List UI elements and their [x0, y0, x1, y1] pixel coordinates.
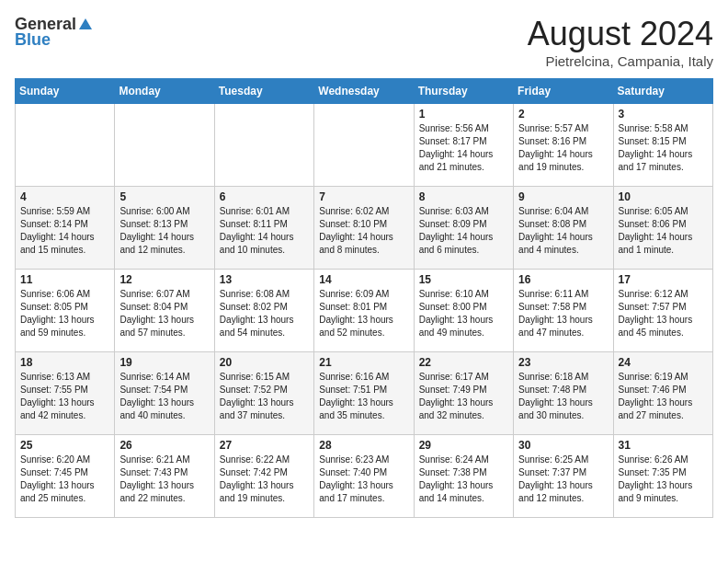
- day-info: Sunrise: 6:06 AM Sunset: 8:05 PM Dayligh…: [20, 288, 109, 339]
- calendar-cell: 2Sunrise: 5:57 AM Sunset: 8:16 PM Daylig…: [514, 104, 613, 187]
- day-number: 16: [518, 273, 608, 286]
- day-number: 12: [119, 273, 209, 286]
- calendar-week-row-5: 25Sunrise: 6:20 AM Sunset: 7:45 PM Dayli…: [16, 435, 713, 518]
- calendar-header-row: SundayMondayTuesdayWednesdayThursdayFrid…: [16, 79, 713, 104]
- day-number: 26: [119, 439, 209, 452]
- col-header-tuesday: Tuesday: [214, 79, 313, 104]
- day-info: Sunrise: 6:15 AM Sunset: 7:52 PM Dayligh…: [220, 371, 309, 422]
- logo-blue-text: Blue: [15, 30, 51, 50]
- day-number: 30: [518, 439, 608, 452]
- calendar-cell: 14Sunrise: 6:09 AM Sunset: 8:01 PM Dayli…: [314, 270, 414, 352]
- calendar-cell: 1Sunrise: 5:56 AM Sunset: 8:17 PM Daylig…: [414, 104, 513, 187]
- day-info: Sunrise: 6:20 AM Sunset: 7:45 PM Dayligh…: [20, 454, 109, 505]
- col-header-friday: Friday: [514, 79, 613, 104]
- calendar-cell: 26Sunrise: 6:21 AM Sunset: 7:43 PM Dayli…: [115, 435, 214, 518]
- calendar-cell: 3Sunrise: 5:58 AM Sunset: 8:15 PM Daylig…: [613, 104, 712, 187]
- day-info: Sunrise: 5:57 AM Sunset: 8:16 PM Dayligh…: [518, 122, 608, 174]
- day-info: Sunrise: 6:23 AM Sunset: 7:40 PM Dayligh…: [319, 454, 408, 505]
- day-number: 18: [20, 356, 109, 369]
- calendar-cell: 5Sunrise: 6:00 AM Sunset: 8:13 PM Daylig…: [115, 187, 214, 270]
- day-number: 11: [20, 273, 109, 286]
- calendar-cell: 16Sunrise: 6:11 AM Sunset: 7:58 PM Dayli…: [514, 270, 613, 352]
- calendar-cell: 9Sunrise: 6:04 AM Sunset: 8:08 PM Daylig…: [514, 187, 613, 270]
- day-info: Sunrise: 5:56 AM Sunset: 8:17 PM Dayligh…: [419, 122, 508, 174]
- calendar-cell: 6Sunrise: 6:01 AM Sunset: 8:11 PM Daylig…: [214, 187, 313, 270]
- calendar-cell: 21Sunrise: 6:16 AM Sunset: 7:51 PM Dayli…: [314, 352, 414, 435]
- calendar-cell: 12Sunrise: 6:07 AM Sunset: 8:04 PM Dayli…: [115, 270, 214, 352]
- day-info: Sunrise: 6:13 AM Sunset: 7:55 PM Dayligh…: [20, 371, 109, 422]
- day-info: Sunrise: 6:11 AM Sunset: 7:58 PM Dayligh…: [518, 288, 608, 339]
- day-info: Sunrise: 6:25 AM Sunset: 7:37 PM Dayligh…: [518, 454, 608, 505]
- location-subtitle: Pietrelcina, Campania, Italy: [528, 53, 713, 69]
- day-number: 24: [619, 356, 708, 369]
- day-number: 15: [419, 273, 508, 286]
- day-number: 3: [619, 108, 708, 121]
- day-number: 20: [220, 356, 309, 369]
- day-info: Sunrise: 5:59 AM Sunset: 8:14 PM Dayligh…: [20, 205, 109, 257]
- calendar-cell: 15Sunrise: 6:10 AM Sunset: 8:00 PM Dayli…: [414, 270, 513, 352]
- day-number: 14: [319, 273, 408, 286]
- calendar-table: SundayMondayTuesdayWednesdayThursdayFrid…: [15, 78, 713, 518]
- day-info: Sunrise: 6:16 AM Sunset: 7:51 PM Dayligh…: [319, 371, 408, 422]
- calendar-cell: 10Sunrise: 6:05 AM Sunset: 8:06 PM Dayli…: [613, 187, 712, 270]
- day-info: Sunrise: 6:02 AM Sunset: 8:10 PM Dayligh…: [319, 205, 408, 257]
- calendar-cell: 17Sunrise: 6:12 AM Sunset: 7:57 PM Dayli…: [613, 270, 712, 352]
- svg-marker-0: [79, 18, 92, 29]
- day-number: 31: [619, 439, 708, 452]
- day-info: Sunrise: 6:10 AM Sunset: 8:00 PM Dayligh…: [419, 288, 508, 339]
- calendar-cell: 11Sunrise: 6:06 AM Sunset: 8:05 PM Dayli…: [16, 270, 115, 352]
- day-info: Sunrise: 6:21 AM Sunset: 7:43 PM Dayligh…: [119, 454, 209, 505]
- calendar-cell: 24Sunrise: 6:19 AM Sunset: 7:46 PM Dayli…: [613, 352, 712, 435]
- calendar-cell: 4Sunrise: 5:59 AM Sunset: 8:14 PM Daylig…: [16, 187, 115, 270]
- day-number: 22: [419, 356, 508, 369]
- calendar-cell: 13Sunrise: 6:08 AM Sunset: 8:02 PM Dayli…: [214, 270, 313, 352]
- day-info: Sunrise: 5:58 AM Sunset: 8:15 PM Dayligh…: [619, 122, 708, 174]
- col-header-thursday: Thursday: [414, 79, 513, 104]
- day-info: Sunrise: 6:08 AM Sunset: 8:02 PM Dayligh…: [220, 288, 309, 339]
- day-info: Sunrise: 6:04 AM Sunset: 8:08 PM Dayligh…: [518, 205, 608, 257]
- col-header-saturday: Saturday: [613, 79, 712, 104]
- day-number: 29: [419, 439, 508, 452]
- col-header-wednesday: Wednesday: [314, 79, 414, 104]
- calendar-cell: 23Sunrise: 6:18 AM Sunset: 7:48 PM Dayli…: [514, 352, 613, 435]
- day-number: 1: [419, 108, 508, 121]
- day-info: Sunrise: 6:14 AM Sunset: 7:54 PM Dayligh…: [119, 371, 209, 422]
- day-info: Sunrise: 6:22 AM Sunset: 7:42 PM Dayligh…: [220, 454, 309, 505]
- day-info: Sunrise: 6:18 AM Sunset: 7:48 PM Dayligh…: [518, 371, 608, 422]
- day-number: 21: [319, 356, 408, 369]
- day-number: 10: [619, 190, 708, 203]
- day-info: Sunrise: 6:12 AM Sunset: 7:57 PM Dayligh…: [619, 288, 708, 339]
- calendar-cell: [314, 104, 414, 187]
- day-number: 19: [119, 356, 209, 369]
- day-number: 27: [220, 439, 309, 452]
- day-info: Sunrise: 6:05 AM Sunset: 8:06 PM Dayligh…: [619, 205, 708, 257]
- calendar-cell: 22Sunrise: 6:17 AM Sunset: 7:49 PM Dayli…: [414, 352, 513, 435]
- calendar-cell: 25Sunrise: 6:20 AM Sunset: 7:45 PM Dayli…: [16, 435, 115, 518]
- day-info: Sunrise: 6:09 AM Sunset: 8:01 PM Dayligh…: [319, 288, 408, 339]
- day-info: Sunrise: 6:19 AM Sunset: 7:46 PM Dayligh…: [619, 371, 708, 422]
- logo-icon: [77, 17, 94, 33]
- day-info: Sunrise: 6:17 AM Sunset: 7:49 PM Dayligh…: [419, 371, 508, 422]
- logo: General Blue: [15, 15, 95, 50]
- day-number: 8: [419, 190, 508, 203]
- day-number: 6: [220, 190, 309, 203]
- day-number: 23: [518, 356, 608, 369]
- day-number: 7: [319, 190, 408, 203]
- calendar-week-row-1: 1Sunrise: 5:56 AM Sunset: 8:17 PM Daylig…: [16, 104, 713, 187]
- day-info: Sunrise: 6:07 AM Sunset: 8:04 PM Dayligh…: [119, 288, 209, 339]
- col-header-monday: Monday: [115, 79, 214, 104]
- day-info: Sunrise: 6:26 AM Sunset: 7:35 PM Dayligh…: [619, 454, 708, 505]
- page-header: General Blue August 2024 Pietrelcina, Ca…: [15, 15, 713, 69]
- calendar-cell: 29Sunrise: 6:24 AM Sunset: 7:38 PM Dayli…: [414, 435, 513, 518]
- day-number: 28: [319, 439, 408, 452]
- day-number: 25: [20, 439, 109, 452]
- day-number: 9: [518, 190, 608, 203]
- day-info: Sunrise: 6:01 AM Sunset: 8:11 PM Dayligh…: [220, 205, 309, 257]
- month-year-title: August 2024: [528, 15, 713, 53]
- calendar-cell: 7Sunrise: 6:02 AM Sunset: 8:10 PM Daylig…: [314, 187, 414, 270]
- day-info: Sunrise: 6:24 AM Sunset: 7:38 PM Dayligh…: [419, 454, 508, 505]
- calendar-cell: 18Sunrise: 6:13 AM Sunset: 7:55 PM Dayli…: [16, 352, 115, 435]
- calendar-week-row-3: 11Sunrise: 6:06 AM Sunset: 8:05 PM Dayli…: [16, 270, 713, 352]
- calendar-cell: 30Sunrise: 6:25 AM Sunset: 7:37 PM Dayli…: [514, 435, 613, 518]
- calendar-cell: 27Sunrise: 6:22 AM Sunset: 7:42 PM Dayli…: [214, 435, 313, 518]
